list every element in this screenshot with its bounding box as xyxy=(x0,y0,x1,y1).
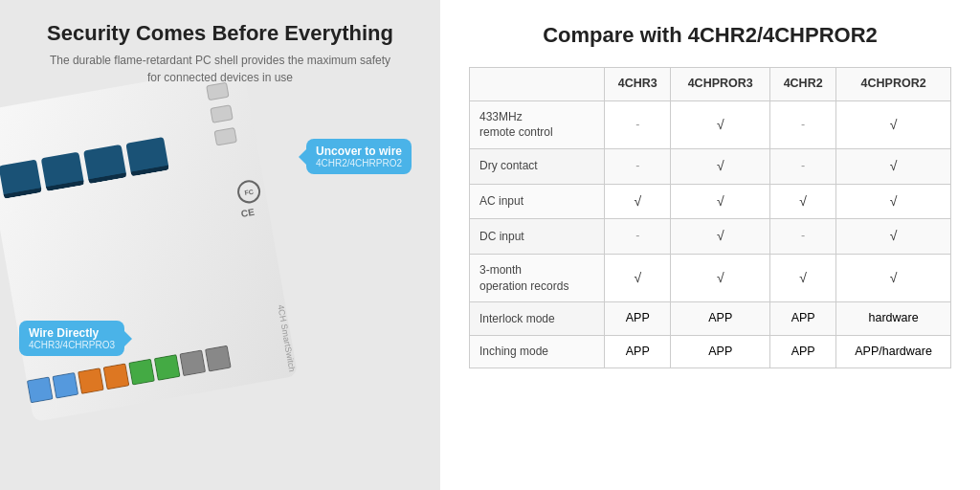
value-cell: √ xyxy=(836,219,951,255)
col-4chr3: 4CHR3 xyxy=(605,68,671,101)
right-panel: Compare with 4CHR2/4CHPROR2 4CHR3 4CHPRO… xyxy=(440,0,980,490)
callout-uncover: Uncover to wire 4CHR2/4CHRPRO2 xyxy=(306,139,412,174)
table-row: Interlock modeAPPAPPAPPhardware xyxy=(470,302,951,336)
dash-value: - xyxy=(801,118,805,131)
terminal-blue xyxy=(52,372,78,399)
value-cell: hardware xyxy=(836,302,951,336)
value-cell: √ xyxy=(770,184,836,219)
col-4chpror2: 4CHPROR2 xyxy=(836,68,951,101)
callout-uncover-title: Uncover to wire xyxy=(316,145,402,158)
table-row: Inching modeAPPAPPAPPAPP/hardware xyxy=(470,335,951,368)
check-value: √ xyxy=(717,158,724,173)
value-cell: √ xyxy=(671,149,770,185)
device-logo-text: 4CH SmartSwitch xyxy=(276,304,297,373)
terminal-gray xyxy=(205,345,232,372)
callout-uncover-subtitle: 4CHR2/4CHRPRO2 xyxy=(316,158,402,168)
table-row: DC input-√-√ xyxy=(470,219,951,255)
feature-cell: AC input xyxy=(470,184,605,219)
table-header-row: 4CHR3 4CHPROR3 4CHR2 4CHPROR2 xyxy=(470,68,951,101)
terminal-green xyxy=(128,359,155,386)
fcc-logo: FC xyxy=(235,178,262,205)
value-cell: APP xyxy=(671,335,770,368)
feature-cell: DC input xyxy=(470,219,605,255)
relay-chip xyxy=(0,159,42,198)
check-value: √ xyxy=(717,117,724,132)
feature-cell: 433MHzremote control xyxy=(470,100,605,149)
check-value: √ xyxy=(890,158,898,173)
col-feature xyxy=(470,68,605,101)
device-body: FC CE 4CH SmartSwitch xyxy=(0,64,298,422)
value-cell: - xyxy=(770,149,836,185)
dash-value: - xyxy=(635,159,639,172)
value-cell: APP/hardware xyxy=(836,335,951,368)
table-row: Dry contact-√-√ xyxy=(470,149,951,185)
relay-chip xyxy=(125,137,168,176)
value-cell: √ xyxy=(836,100,951,149)
value-cell: √ xyxy=(836,254,951,302)
col-4chpror3: 4CHPROR3 xyxy=(671,68,770,101)
value-cell: APP xyxy=(770,302,836,336)
page-title: Security Comes Before Everything xyxy=(38,21,402,46)
feature-cell: 3-monthoperation records xyxy=(470,254,605,302)
value-cell: APP xyxy=(770,335,836,368)
check-value: √ xyxy=(717,228,724,243)
relay-chip xyxy=(41,152,84,191)
check-value: √ xyxy=(717,193,724,209)
value-cell: √ xyxy=(836,149,951,185)
value-cell: √ xyxy=(836,184,951,219)
table-row: AC input√√√√ xyxy=(470,184,951,219)
dash-value: - xyxy=(635,118,639,131)
value-cell: - xyxy=(605,149,671,185)
device-button xyxy=(210,104,233,123)
check-value: √ xyxy=(890,270,898,285)
left-header: Security Comes Before Everything The dur… xyxy=(0,0,440,96)
certifications: FC CE xyxy=(235,178,264,219)
col-4chr2: 4CHR2 xyxy=(770,68,836,101)
check-value: √ xyxy=(890,228,898,243)
value-cell: √ xyxy=(671,100,770,149)
check-value: √ xyxy=(890,117,898,132)
check-value: √ xyxy=(634,193,641,209)
value-cell: √ xyxy=(671,219,770,255)
value-cell: √ xyxy=(605,184,671,219)
value-cell: √ xyxy=(770,254,836,302)
check-value: √ xyxy=(799,270,807,285)
value-cell: APP xyxy=(671,302,770,336)
terminal-blue xyxy=(27,377,54,404)
terminal-green xyxy=(154,354,181,381)
left-panel: Security Comes Before Everything The dur… xyxy=(0,0,440,490)
value-cell: - xyxy=(605,219,671,255)
feature-cell: Inching mode xyxy=(470,335,605,368)
check-value: √ xyxy=(717,270,724,285)
value-cell: √ xyxy=(605,254,671,302)
callout-wire-title: Wire Directly xyxy=(29,326,115,340)
value-cell: - xyxy=(770,219,836,255)
device-button xyxy=(213,127,236,146)
feature-cell: Interlock mode xyxy=(470,302,605,336)
table-row: 3-monthoperation records√√√√ xyxy=(470,254,951,302)
terminal-orange xyxy=(78,368,104,394)
terminal-orange xyxy=(103,363,130,390)
value-cell: √ xyxy=(671,254,770,302)
value-cell: √ xyxy=(671,184,770,219)
device-image: FC CE 4CH SmartSwitch xyxy=(0,48,404,488)
check-value: √ xyxy=(799,193,807,209)
callout-wire: Wire Directly 4CHR3/4CHRPRO3 xyxy=(19,321,124,356)
value-cell: APP xyxy=(605,335,671,368)
dash-value: - xyxy=(801,159,805,172)
ce-logo: CE xyxy=(240,205,265,219)
page-subtitle: The durable flame-retardant PC shell pro… xyxy=(38,52,402,86)
feature-cell: Dry contact xyxy=(470,149,605,185)
relay-chips xyxy=(0,137,169,199)
compare-table: 4CHR3 4CHPROR3 4CHR2 4CHPROR2 433MHzremo… xyxy=(469,67,951,368)
check-value: √ xyxy=(634,270,641,285)
dash-value: - xyxy=(635,229,639,242)
value-cell: - xyxy=(770,100,836,149)
terminal-gray xyxy=(179,349,206,376)
table-row: 433MHzremote control-√-√ xyxy=(470,100,951,149)
value-cell: APP xyxy=(605,302,671,336)
compare-title: Compare with 4CHR2/4CHPROR2 xyxy=(469,23,951,48)
dash-value: - xyxy=(801,229,805,242)
relay-chip xyxy=(83,145,126,184)
callout-wire-subtitle: 4CHR3/4CHRPRO3 xyxy=(29,340,115,350)
